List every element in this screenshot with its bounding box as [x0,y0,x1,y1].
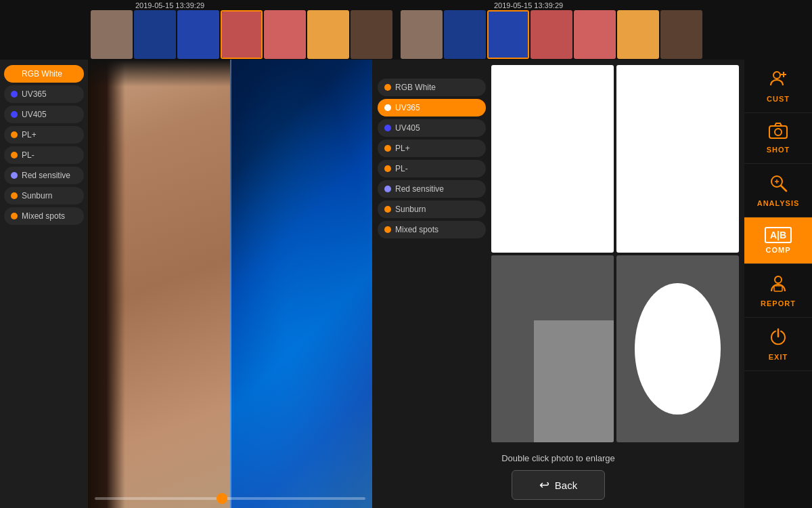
timestamp-right: 2019-05-15 13:39:29 [494,1,563,9]
filter-sunburn-r[interactable]: Sunburn [378,200,486,218]
timeline-thumb[interactable] [217,493,227,504]
img-cell-tl[interactable] [491,65,614,253]
hint-text: Double click photo to enlarge [501,453,615,463]
thumb-r3[interactable] [531,10,572,59]
dot-mixed-spots-r [384,226,391,233]
face-right-half [230,60,372,508]
left-sidebar: RGB White UV365 UV405 PL+ PL- Red sensit… [0,60,88,508]
dot-pl-minus [11,152,18,158]
timestamp-left: 2019-05-15 13:39:29 [135,1,204,9]
right-panel: RGB White UV365 UV405 PL+ PL- [372,60,744,508]
right-bottom: Double click photo to enlarge ↩ Back [372,448,744,508]
nav-analysis[interactable]: ANALYSIS [744,164,812,217]
image-grid [491,65,739,442]
thumb-0[interactable] [91,10,133,59]
thumb-r5[interactable] [617,10,659,59]
dot-uv365 [11,91,18,98]
nav-analysis-label: ANALYSIS [757,199,800,207]
filter-uv365[interactable]: UV365 [4,85,84,103]
dot-mixed-spots [11,213,18,219]
thumb-5[interactable] [307,10,349,59]
filter-pl-minus[interactable]: PL- [4,146,84,164]
filter-pl-plus-r[interactable]: PL+ [378,140,486,157]
thumb-6[interactable] [351,10,392,59]
nav-report[interactable]: REPORT [744,264,812,318]
dot-red-sensitive-r [384,186,391,192]
power-icon [769,327,788,350]
thumb-r1[interactable] [444,10,486,59]
person-plus-icon [769,69,788,92]
dot-pl-plus-r [384,145,391,152]
dot-rgb-white [11,70,18,77]
report-icon [769,274,788,297]
dot-rgb-white-r [384,84,391,91]
filter-uv365-r[interactable]: UV365 [378,99,486,117]
thumb-r6[interactable] [660,10,702,59]
filter-mixed-spots-r[interactable]: Mixed spots [378,221,486,238]
ab-icon: A|B [765,227,792,243]
img-cell-bl[interactable] [491,255,614,443]
dot-pl-minus-r [384,165,391,172]
img-cell-br[interactable] [616,255,739,443]
right-nav: CUST SHOT ANALY [744,60,812,508]
dot-pl-plus [11,131,18,138]
nav-cust-label: CUST [767,95,790,103]
nav-comp[interactable]: A|B COMP [744,217,812,264]
dot-sunburn-r [384,206,391,213]
nav-exit-label: EXIT [769,353,788,361]
back-button[interactable]: ↩ Back [512,470,605,500]
nav-shot[interactable]: SHOT [744,113,812,164]
right-image-area [491,65,739,442]
right-filters: RGB White UV365 UV405 PL+ PL- [378,65,486,442]
camera-icon [769,123,788,143]
svg-point-4 [775,129,782,135]
thumb-2[interactable] [177,10,219,59]
search-icon [769,173,788,196]
svg-point-9 [775,276,782,283]
filter-pl-minus-r[interactable]: PL- [378,160,486,177]
dot-uv405 [11,111,18,118]
dot-uv405-r [384,125,391,131]
thumb-r0[interactable] [401,10,443,59]
nav-report-label: REPORT [761,299,796,308]
main-area: RGB White UV365 UV405 PL+ PL- Red sensit… [0,60,812,508]
nav-comp-label: COMP [766,246,791,254]
filter-red-sensitive-r[interactable]: Red sensitive [378,180,486,198]
nav-shot-label: SHOT [767,146,790,154]
white-circle [635,283,721,415]
svg-line-6 [781,186,786,191]
thumb-r2[interactable] [487,10,529,59]
dot-red-sensitive [11,172,18,179]
filter-uv405-r[interactable]: UV405 [378,119,486,137]
svg-rect-3 [769,126,787,138]
face-left-half [88,60,230,508]
nav-cust[interactable]: CUST [744,60,812,113]
filter-red-sensitive[interactable]: Red sensitive [4,167,84,184]
thumb-r4[interactable] [574,10,616,59]
img-cell-tr[interactable] [616,65,739,253]
left-thumbs [91,10,392,59]
center-image[interactable] [88,60,372,508]
dot-uv365-r [384,104,391,111]
divider-line [230,60,231,508]
filter-rgb-white-r[interactable]: RGB White [378,79,486,96]
nav-exit[interactable]: EXIT [744,318,812,371]
filter-pl-plus[interactable]: PL+ [4,126,84,144]
filter-uv405[interactable]: UV405 [4,106,84,123]
back-arrow-icon: ↩ [539,478,549,492]
filter-rgb-white[interactable]: RGB White [4,65,84,83]
right-thumbs [401,10,702,59]
filter-sunburn[interactable]: Sunburn [4,187,84,205]
filter-mixed-spots[interactable]: Mixed spots [4,207,84,225]
top-strip: 2019-05-15 13:39:29 2019-05-15 13:39:29 [0,0,812,60]
thumb-4[interactable] [264,10,306,59]
timeline-bar[interactable] [95,497,365,500]
right-content: RGB White UV365 UV405 PL+ PL- [372,60,744,448]
svg-point-0 [773,72,780,79]
svg-rect-10 [774,286,782,291]
thumb-3[interactable] [221,10,263,59]
thumb-1[interactable] [134,10,176,59]
dot-sunburn [11,192,18,199]
